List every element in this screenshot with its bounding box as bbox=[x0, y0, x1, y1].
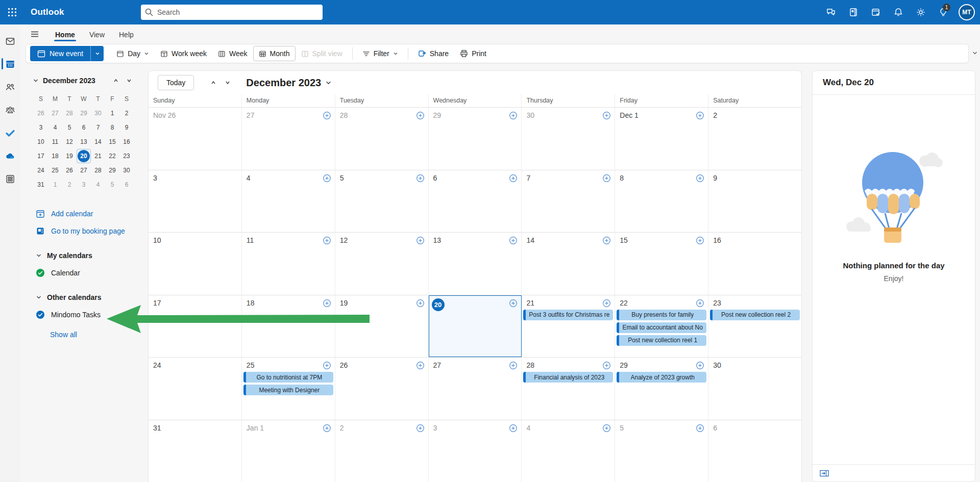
day-cell[interactable]: 9 bbox=[708, 170, 801, 233]
mini-day[interactable]: 23 bbox=[119, 149, 134, 163]
mini-day[interactable]: 2 bbox=[62, 177, 77, 192]
add-event-icon[interactable] bbox=[416, 236, 425, 245]
tab-help[interactable]: Help bbox=[112, 26, 141, 42]
new-event-button[interactable]: New event bbox=[30, 46, 90, 61]
mini-day[interactable]: 16 bbox=[119, 135, 134, 149]
add-event-icon[interactable] bbox=[323, 361, 331, 370]
mini-day[interactable]: 30 bbox=[119, 163, 134, 177]
add-event-icon[interactable] bbox=[323, 236, 331, 245]
mini-day[interactable]: 8 bbox=[105, 120, 119, 135]
calendar-event[interactable]: Go to nutritionist at 7PM bbox=[243, 372, 333, 383]
apps-icon[interactable] bbox=[0, 167, 20, 190]
day-cell[interactable]: 2 bbox=[708, 108, 801, 170]
ribbon-collapse-icon[interactable] bbox=[972, 50, 978, 58]
day-cell[interactable]: 5 bbox=[335, 170, 429, 233]
add-event-icon[interactable] bbox=[602, 424, 611, 433]
add-event-icon[interactable] bbox=[323, 299, 331, 308]
mini-calendar-next-icon[interactable] bbox=[124, 75, 135, 86]
mini-day[interactable]: 31 bbox=[34, 177, 48, 192]
calendar-event[interactable]: Email to accountant about No bbox=[617, 322, 706, 333]
calendar-event[interactable]: Post 3 outfits for Christmas re bbox=[523, 310, 613, 320]
filter-button[interactable]: Filter bbox=[357, 46, 404, 61]
mini-day[interactable]: 27 bbox=[48, 106, 62, 120]
my-calendars-section[interactable]: My calendars bbox=[36, 247, 92, 264]
mini-day[interactable]: 19 bbox=[62, 149, 77, 163]
my-day-icon[interactable] bbox=[865, 0, 887, 24]
day-cell[interactable]: Dec 1 bbox=[615, 108, 708, 170]
calendar-event[interactable]: Post new collection reel 1 bbox=[617, 335, 706, 346]
day-cell[interactable]: 26 bbox=[335, 358, 429, 420]
tab-home[interactable]: Home bbox=[48, 26, 82, 42]
view-month-button[interactable]: Month bbox=[253, 46, 296, 61]
mini-calendar-collapse-icon[interactable] bbox=[30, 78, 42, 84]
view-week-button[interactable]: Week bbox=[212, 46, 253, 61]
day-cell[interactable]: 11 bbox=[242, 233, 335, 295]
show-all-link[interactable]: Show all bbox=[50, 331, 77, 339]
search-input[interactable] bbox=[157, 8, 318, 16]
month-picker[interactable]: December 2023 bbox=[246, 77, 332, 89]
add-event-icon[interactable] bbox=[696, 111, 704, 120]
day-cell[interactable]: Jan 1 bbox=[242, 420, 335, 482]
day-cell[interactable]: 10 bbox=[149, 233, 242, 295]
mini-day[interactable]: 22 bbox=[105, 149, 119, 163]
add-event-icon[interactable] bbox=[696, 361, 704, 370]
mini-day[interactable]: 6 bbox=[119, 177, 134, 192]
tips-icon[interactable]: 1 bbox=[932, 0, 954, 24]
mini-day[interactable]: 26 bbox=[34, 106, 48, 120]
booking-page-link[interactable]: Go to my booking page bbox=[36, 222, 125, 240]
mini-day[interactable]: 3 bbox=[77, 177, 91, 192]
mini-day[interactable]: 24 bbox=[34, 163, 48, 177]
groups-icon[interactable] bbox=[0, 98, 20, 121]
day-cell[interactable]: 23Post new collection reel 2 bbox=[708, 295, 801, 358]
add-event-icon[interactable] bbox=[509, 424, 518, 433]
onedrive-icon[interactable] bbox=[0, 144, 20, 167]
calendar-item-calendar[interactable]: Calendar bbox=[36, 264, 80, 282]
mini-day[interactable]: 7 bbox=[91, 120, 105, 135]
day-cell[interactable]: 22Buy presents for familyEmail to accoun… bbox=[615, 295, 708, 358]
add-event-icon[interactable] bbox=[696, 299, 704, 308]
mini-day[interactable]: 4 bbox=[91, 177, 105, 192]
mini-day[interactable]: 27 bbox=[77, 163, 91, 177]
day-cell[interactable]: 28 bbox=[335, 108, 429, 170]
calendar-icon[interactable] bbox=[0, 53, 20, 75]
view-work-week-button[interactable]: Work week bbox=[155, 46, 212, 61]
day-cell[interactable]: 15 bbox=[615, 233, 708, 295]
people-icon[interactable] bbox=[0, 75, 20, 98]
mini-day[interactable]: 5 bbox=[105, 177, 119, 192]
add-event-icon[interactable] bbox=[602, 299, 611, 308]
other-calendars-section[interactable]: Other calendars bbox=[36, 289, 102, 306]
day-cell-selected[interactable]: 20 bbox=[429, 295, 522, 358]
mini-calendar-prev-icon[interactable] bbox=[110, 75, 121, 86]
day-cell[interactable]: 18 bbox=[242, 295, 335, 358]
calendar-event[interactable]: Buy presents for family bbox=[617, 310, 706, 320]
day-cell[interactable]: 4 bbox=[522, 420, 615, 482]
day-cell[interactable]: 30 bbox=[708, 358, 801, 420]
day-cell[interactable]: 3 bbox=[149, 170, 242, 233]
add-event-icon[interactable] bbox=[509, 236, 518, 245]
mini-day[interactable]: 28 bbox=[91, 163, 105, 177]
calendar-event[interactable]: Meeting with Designer bbox=[243, 385, 333, 395]
day-cell[interactable]: 7 bbox=[522, 170, 615, 233]
add-event-icon[interactable] bbox=[696, 236, 704, 245]
day-cell[interactable]: 24 bbox=[149, 358, 242, 420]
tab-view[interactable]: View bbox=[82, 26, 112, 42]
mini-day[interactable]: 26 bbox=[62, 163, 77, 177]
mini-day[interactable]: 1 bbox=[105, 106, 119, 120]
add-event-icon[interactable] bbox=[416, 361, 425, 370]
day-cell[interactable]: 28Financial analysis of 2023 bbox=[522, 358, 615, 420]
add-event-icon[interactable] bbox=[696, 424, 704, 433]
add-event-icon[interactable] bbox=[602, 111, 611, 120]
mini-day[interactable]: 15 bbox=[105, 135, 119, 149]
calendar-event[interactable]: Financial analysis of 2023 bbox=[523, 372, 613, 383]
add-event-icon[interactable] bbox=[509, 361, 518, 370]
mini-day[interactable]: 3 bbox=[34, 120, 48, 135]
mini-day[interactable]: 17 bbox=[34, 149, 48, 163]
day-cell[interactable]: 29 bbox=[429, 108, 522, 170]
mini-day[interactable]: 5 bbox=[62, 120, 77, 135]
add-event-icon[interactable] bbox=[602, 236, 611, 245]
day-cell[interactable]: 31 bbox=[149, 420, 242, 482]
add-event-icon[interactable] bbox=[602, 174, 611, 183]
mini-day[interactable]: 2 bbox=[119, 106, 134, 120]
settings-icon[interactable] bbox=[910, 0, 932, 24]
mini-day[interactable]: 21 bbox=[91, 149, 105, 163]
